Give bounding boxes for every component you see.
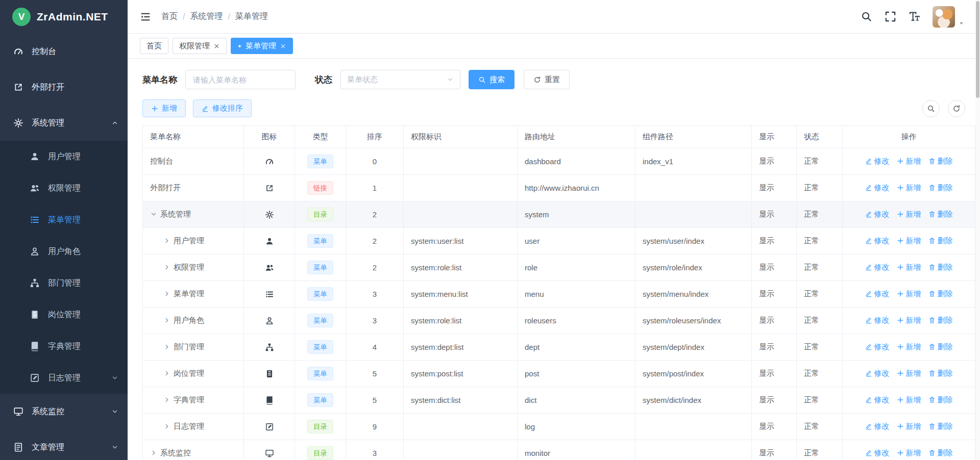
search-button[interactable]: 搜索 (469, 70, 514, 89)
table-row[interactable]: 系统监控目录3monitor显示正常修改新增删除 (143, 440, 975, 460)
row-add-link[interactable]: 新增 (897, 342, 921, 352)
row-edit-link[interactable]: 修改 (865, 236, 890, 246)
sort-edit-button[interactable]: 修改排序 (193, 99, 252, 117)
row-add-link[interactable]: 新增 (897, 263, 921, 272)
chevron-right-icon[interactable] (150, 449, 157, 456)
scrollbar-thumb[interactable] (976, 1, 979, 98)
menu-name-input[interactable] (185, 70, 296, 89)
chevron-right-icon[interactable] (163, 237, 170, 244)
row-delete-link[interactable]: 删除 (928, 289, 953, 299)
sidebar-item-dict[interactable]: 字典管理 (0, 330, 128, 362)
breadcrumb-item[interactable]: 首页 (161, 11, 178, 22)
status-select[interactable]: 菜单状态 (340, 70, 460, 89)
row-delete-link[interactable]: 删除 (928, 157, 953, 166)
avatar[interactable] (933, 6, 955, 28)
show-search-button[interactable] (922, 100, 940, 117)
sidebar-item-article[interactable]: 文章管理 (0, 429, 128, 460)
app-logo[interactable]: V ZrAdmin.NET (0, 0, 128, 34)
table-row[interactable]: 用户角色菜单3system:role:listroleuserssystem/r… (143, 308, 975, 334)
sidebar-item-user[interactable]: 用户管理 (0, 141, 128, 172)
row-delete-link[interactable]: 删除 (928, 210, 953, 219)
search-icon[interactable] (861, 11, 872, 22)
sidebar-item-roleusers[interactable]: 用户角色 (0, 236, 128, 267)
sidebar-item-dashboard[interactable]: 控制台 (0, 34, 128, 69)
chevron-right-icon[interactable] (163, 317, 170, 324)
row-add-link[interactable]: 新增 (897, 157, 921, 166)
table-row[interactable]: 菜单管理菜单3system:menu:listmenusystem/menu/i… (143, 281, 975, 308)
row-add-link[interactable]: 新增 (897, 236, 921, 246)
row-edit-link[interactable]: 修改 (865, 157, 890, 166)
caret-down-icon[interactable] (958, 20, 965, 27)
table-row[interactable]: 日志管理目录9log显示正常修改新增删除 (143, 414, 975, 440)
row-delete-link[interactable]: 删除 (928, 316, 953, 325)
sidebar-item-system[interactable]: 系统管理 (0, 105, 128, 141)
chevron-right-icon[interactable] (163, 264, 170, 271)
row-delete-link[interactable]: 删除 (928, 263, 953, 272)
row-delete-link[interactable]: 删除 (928, 422, 953, 431)
tab-menu[interactable]: 菜单管理 (231, 38, 293, 54)
perm-cell: system:menu:list (404, 281, 518, 308)
table-row[interactable]: 用户管理菜单2system:user:listusersystem/user/i… (143, 228, 975, 254)
refresh-table-button[interactable] (948, 100, 965, 117)
user-menu[interactable] (933, 6, 965, 28)
row-edit-link[interactable]: 修改 (865, 422, 890, 431)
table-row[interactable]: 字典管理菜单5system:dict:listdictsystem/dict/i… (143, 387, 975, 414)
chevron-right-icon[interactable] (163, 343, 170, 350)
row-delete-link[interactable]: 删除 (928, 369, 953, 378)
sidebar-item-menu[interactable]: 菜单管理 (0, 204, 128, 236)
row-delete-link[interactable]: 删除 (928, 395, 953, 405)
table-row[interactable]: 控制台菜单0dashboardindex_v1显示正常修改新增删除 (143, 148, 975, 175)
add-button[interactable]: 新增 (142, 99, 186, 117)
row-add-link[interactable]: 新增 (897, 183, 921, 193)
table-row[interactable]: 岗位管理菜单5system:post:listpostsystem/post/i… (143, 361, 975, 387)
row-edit-link[interactable]: 修改 (865, 316, 890, 325)
row-edit-link[interactable]: 修改 (865, 263, 890, 272)
sidebar-item-monitor[interactable]: 系统监控 (0, 394, 128, 429)
row-edit-link[interactable]: 修改 (865, 289, 890, 299)
table-row[interactable]: 系统管理目录2system显示正常修改新增删除 (143, 201, 975, 228)
sidebar-item-role[interactable]: 权限管理 (0, 172, 128, 204)
type-tag: 菜单 (307, 340, 333, 354)
sidebar-item-dept[interactable]: 部门管理 (0, 267, 128, 299)
row-add-link[interactable]: 新增 (897, 289, 921, 299)
row-delete-link[interactable]: 删除 (928, 183, 953, 193)
sidebar-item-external[interactable]: 外部打开 (0, 69, 128, 105)
row-edit-link[interactable]: 修改 (865, 183, 890, 193)
sidebar-item-log[interactable]: 日志管理 (0, 362, 128, 394)
tab-home[interactable]: 首页 (140, 38, 168, 54)
dot-icon (237, 44, 242, 48)
row-edit-link[interactable]: 修改 (865, 369, 890, 378)
scrollbar[interactable] (975, 0, 980, 460)
close-icon[interactable] (213, 43, 220, 49)
chevron-right-icon[interactable] (163, 370, 170, 377)
tab-role[interactable]: 权限管理 (173, 38, 227, 54)
row-add-link[interactable]: 新增 (897, 316, 921, 325)
chevron-down-icon[interactable] (150, 211, 157, 218)
close-icon[interactable] (280, 43, 286, 49)
row-edit-link[interactable]: 修改 (865, 448, 890, 458)
reset-button[interactable]: 重置 (524, 70, 570, 89)
fullscreen-icon[interactable] (885, 11, 896, 22)
table-row[interactable]: 部门管理菜单4system:dept:listdeptsystem/dept/i… (143, 334, 975, 361)
row-delete-link[interactable]: 删除 (928, 448, 953, 458)
sidebar-toggle-icon[interactable] (140, 12, 151, 22)
row-add-link[interactable]: 新增 (897, 448, 921, 458)
icon-cell (244, 254, 295, 281)
row-edit-link[interactable]: 修改 (865, 395, 890, 405)
chevron-right-icon[interactable] (163, 396, 170, 403)
row-delete-link[interactable]: 删除 (928, 342, 953, 352)
breadcrumb-item[interactable]: 系统管理 (190, 11, 223, 22)
row-edit-link[interactable]: 修改 (865, 210, 890, 219)
row-edit-link[interactable]: 修改 (865, 342, 890, 352)
row-add-link[interactable]: 新增 (897, 395, 921, 405)
table-row[interactable]: 权限管理菜单2system:role:listrolesystem/role/i… (143, 254, 975, 281)
font-size-icon[interactable] (909, 11, 920, 22)
chevron-right-icon[interactable] (163, 423, 170, 430)
row-add-link[interactable]: 新增 (897, 369, 921, 378)
row-delete-link[interactable]: 删除 (928, 236, 953, 246)
row-add-link[interactable]: 新增 (897, 210, 921, 219)
chevron-right-icon[interactable] (163, 290, 170, 297)
row-add-link[interactable]: 新增 (897, 422, 921, 431)
table-row[interactable]: 外部打开链接1http://www.izhaorui.cn显示正常修改新增删除 (143, 175, 975, 201)
sidebar-item-post[interactable]: 岗位管理 (0, 299, 128, 330)
